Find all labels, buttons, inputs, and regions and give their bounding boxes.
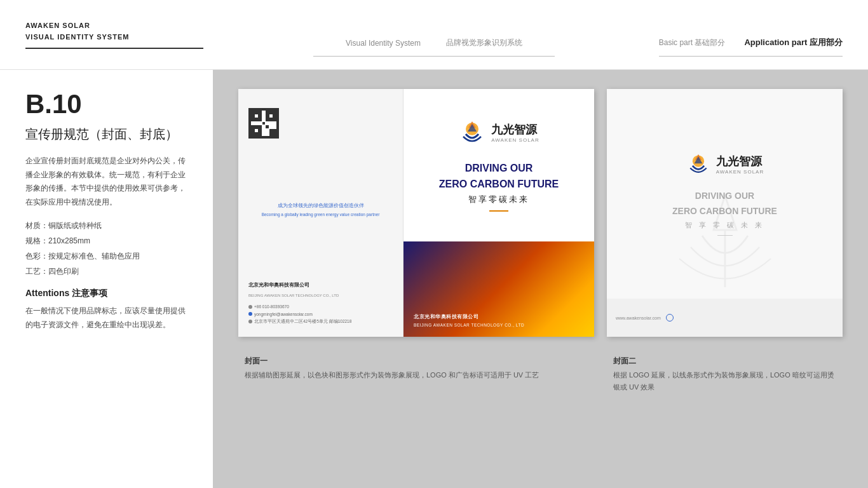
b2-bottom: www.awakensolar.com <box>607 299 843 337</box>
logo-area: AWAKEN SOLAR VISUAL IDENTITY SYSTEM <box>25 20 203 49</box>
watermark-icon <box>668 184 782 299</box>
email-address: yongmingfei@awakensolar.com <box>254 311 313 318</box>
address-icon <box>248 320 252 323</box>
brochure-1-front: 九光智源 AWAKEN SOLAR DRIVING OUR ZERO CARBO… <box>403 89 594 337</box>
caption-1: 封面一 根据辅助图形延展，以色块和图形形式作为装饰形象展现，LOGO 和广告标语… <box>245 356 600 393</box>
header-nav-center: Visual Identity System 品牌视觉形象识别系统 <box>313 37 555 57</box>
b2-logo-brand: 九光智源 AWAKEN SOLAR <box>686 152 764 177</box>
b2-headline-cn: 智 享 零 碳 未 来 <box>685 220 764 230</box>
b2-headline-underline <box>717 235 733 236</box>
b2-logo-text-group: 九光智源 AWAKEN SOLAR <box>716 154 764 175</box>
logo-en: AWAKEN SOLAR <box>491 137 539 143</box>
b2-website: www.awakensolar.com <box>616 316 661 320</box>
spec-material: 材质：铜版纸或特种纸 <box>25 218 187 233</box>
b2-headline-en1: DRIVING OUR <box>695 190 754 201</box>
cap2-text: 根据 LOGO 延展，以线条形式作为装饰形象展现，LOGO 暗纹可运用烫银或 U… <box>613 369 836 393</box>
b2-logo-en: AWAKEN SOLAR <box>716 169 764 175</box>
headline-cn: 智享零碳未来 <box>468 194 529 205</box>
qr-code <box>248 108 279 139</box>
contact-info: 北京光和华奥科技有限公司 BEIJING AWAKEN SOLAR TECHNO… <box>248 281 393 325</box>
logo-text-group: 九光智源 AWAKEN SOLAR <box>491 122 539 143</box>
spec-size: 规格：210x285mm <box>25 233 187 248</box>
section-number: B.10 <box>25 89 187 119</box>
spec-color: 色彩：按规定标准色、辅助色应用 <box>25 248 187 264</box>
company-cn: 北京光和华奥科技有限公司 <box>248 281 393 290</box>
captions-row: 封面一 根据辅助图形延展，以色块和图形形式作为装饰形象展现，LOGO 和广告标语… <box>238 356 843 393</box>
content-area: 成为全球领先的绿色能源价值创造伙伴 Becoming a globally le… <box>213 70 868 488</box>
company-bottom-en: BEIJING AWAKEN SOLAR TECHNOLOGY CO., LTD <box>414 322 524 329</box>
email-item: yongmingfei@awakensolar.com <box>248 311 393 318</box>
company-white: 北京光和华奥科技有限公司 BEIJING AWAKEN SOLAR TECHNO… <box>414 313 524 329</box>
b2-brand-icon <box>686 152 711 177</box>
section-title: 宣传册规范（封面、封底） <box>25 126 187 143</box>
headline-underline <box>489 210 508 212</box>
brochure-1-back: 成为全球领先的绿色能源价值创造伙伴 Becoming a globally le… <box>238 89 403 337</box>
company-name-line1: AWAKEN SOLAR <box>25 20 203 32</box>
nav-vis-cn: 品牌视觉形象识别系统 <box>446 37 522 48</box>
b1r-top: 九光智源 AWAKEN SOLAR DRIVING OUR ZERO CARBO… <box>403 89 594 241</box>
phone-number: +86 010-80393670 <box>254 303 289 311</box>
attentions-title: Attentions 注意事项 <box>25 288 187 299</box>
brochure-1: 成为全球领先的绿色能源价值创造伙伴 Becoming a globally le… <box>238 89 594 337</box>
header-nav-right: Basic part 基础部分 Application part 应用部分 <box>659 37 843 57</box>
cap2-title: 封面二 <box>613 356 836 367</box>
brochure-2: 九光智源 AWAKEN SOLAR DRIVING OUR ZERO CARBO… <box>607 89 843 337</box>
company-name-line2: VISUAL IDENTITY SYSTEM <box>25 32 203 43</box>
logo-brand: 九光智源 AWAKEN SOLAR <box>458 119 539 147</box>
globe-icon <box>666 314 674 322</box>
main-layout: B.10 宣传册规范（封面、封底） 企业宣传册封面封底规范是企业对外内公关，传播… <box>0 70 868 488</box>
sidebar: B.10 宣传册规范（封面、封底） 企业宣传册封面封底规范是企业对外内公关，传播… <box>0 70 213 488</box>
brand-logo-icon <box>458 119 486 147</box>
spec-process: 工艺：四色印刷 <box>25 264 187 279</box>
b2-front: 九光智源 AWAKEN SOLAR DRIVING OUR ZERO CARBO… <box>607 89 843 299</box>
description: 企业宣传册封面封底规范是企业对外内公关，传播企业形象的有效载体。统一规范，有利于… <box>25 154 187 209</box>
headline-en1: DRIVING OUR <box>465 162 533 174</box>
nav-vis-en: Visual Identity System <box>346 39 421 48</box>
attentions-text: 在一般情况下使用品牌标志，应该尽量使用提供的电子资源文件，避免在重绘中出现误差。 <box>25 304 187 332</box>
address-text: 北京市平区天通苑中二区42号楼5单元 邮编102218 <box>254 318 351 325</box>
b1r-bottom-gradient: 北京光和华奥科技有限公司 BEIJING AWAKEN SOLAR TECHNO… <box>403 241 594 337</box>
b2-headline-en2: ZERO CARBON FUTURE <box>672 205 777 217</box>
b2-website-area: www.awakensolar.com <box>616 314 674 322</box>
phone-icon <box>248 305 252 309</box>
nav-app-part: Application part 应用部分 <box>744 37 843 48</box>
brochure-slogan: 成为全球领先的绿色能源价值创造伙伴 Becoming a globally le… <box>248 139 393 281</box>
b2-logo-cn: 九光智源 <box>716 154 764 169</box>
logo-cn: 九光智源 <box>491 122 539 137</box>
nav-basic-part: Basic part 基础部分 <box>659 37 726 48</box>
company-bottom-cn: 北京光和华奥科技有限公司 <box>414 313 524 322</box>
caption-2: 封面二 根据 LOGO 延展，以线条形式作为装饰形象展现，LOGO 暗纹可运用烫… <box>613 356 836 393</box>
slogan-en: Becoming a globally leading green energy… <box>262 212 380 218</box>
phone-item: +86 010-80393670 <box>248 303 393 311</box>
cap1-text: 根据辅助图形延展，以色块和图形形式作为装饰形象展现，LOGO 和广告标语可适用于… <box>245 369 600 381</box>
header: AWAKEN SOLAR VISUAL IDENTITY SYSTEM Visu… <box>0 0 868 70</box>
address-item: 北京市平区天通苑中二区42号楼5单元 邮编102218 <box>248 318 393 325</box>
email-icon <box>248 312 252 316</box>
company-en: BEIJING AWAKEN SOLAR TECHNOLOGY CO., LTD <box>248 292 393 299</box>
brochures-row: 成为全球领先的绿色能源价值创造伙伴 Becoming a globally le… <box>238 89 843 343</box>
cap1-title: 封面一 <box>245 356 600 367</box>
headline-en2: ZERO CARBON FUTURE <box>439 178 559 190</box>
slogan-cn: 成为全球领先的绿色能源价值创造伙伴 <box>278 202 364 209</box>
